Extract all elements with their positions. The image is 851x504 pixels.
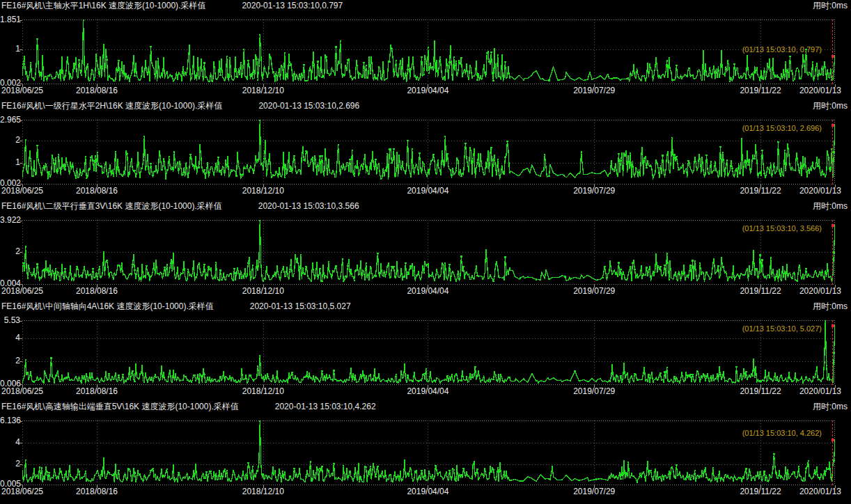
trend-plot-area[interactable] <box>22 120 835 184</box>
x-axis-tick <box>835 184 836 187</box>
y-axis-tick <box>19 163 22 164</box>
x-axis-label: 2019/04/04 <box>407 186 448 196</box>
x-axis-label: 2018/08/16 <box>76 286 118 296</box>
x-axis-label: 2020/01/13 <box>799 86 841 95</box>
x-axis-tick <box>835 385 836 388</box>
x-axis-label: 2018/06/25 <box>1 487 43 496</box>
x-axis-tick <box>263 385 264 388</box>
x-axis-tick <box>263 84 264 87</box>
y-axis-label: 6.136 <box>0 416 20 425</box>
x-axis-tick <box>835 285 836 288</box>
x-axis-label: 2019/11/22 <box>740 186 781 196</box>
x-axis-tick <box>22 285 23 288</box>
x-axis-label: 2019/11/22 <box>740 86 781 95</box>
chart-header: FE16#风机\主轴水平1H\16K 速度波形(10-1000).采样值2020… <box>1 1 343 10</box>
trend-plot-area[interactable] <box>22 320 835 385</box>
y-axis-tick <box>19 421 22 422</box>
x-axis-tick <box>760 485 761 488</box>
y-axis-tick <box>19 361 22 362</box>
x-axis-tick <box>428 285 428 288</box>
x-axis-label: 2019/07/29 <box>573 386 615 396</box>
x-axis-tick <box>263 485 264 488</box>
channel-title: FE16#风机\主轴水平1H\16K 速度波形(10-1000).采样值 <box>1 1 205 10</box>
x-axis-label: 2018/12/10 <box>242 386 284 396</box>
x-axis-tick <box>22 485 23 488</box>
x-axis-tick <box>760 184 761 187</box>
x-axis-label: 2018/08/16 <box>76 386 118 396</box>
channel-title: FE16#风机\一级行星水平2H\16K 速度波形(10-1000).采样值 <box>1 101 222 111</box>
x-axis-label: 2020/01/13 <box>799 386 841 396</box>
x-axis-tick <box>97 285 97 288</box>
elapsed-time-label: 用时:0ms <box>813 1 848 10</box>
y-axis-label: 1 <box>0 45 20 54</box>
y-axis-tick <box>19 252 22 253</box>
x-axis-label: 2018/06/25 <box>1 386 43 396</box>
chart-header: FE16#风机\中间轴轴向4A\16K 速度波形(10-1000).采样值202… <box>1 301 351 311</box>
cursor-marker <box>832 439 834 441</box>
y-axis-label: 2 <box>0 247 20 256</box>
y-axis-label: 3.922 <box>0 216 20 225</box>
x-axis-label: 2019/04/04 <box>407 86 448 95</box>
y-axis-tick <box>19 120 22 121</box>
x-axis-tick <box>97 485 97 488</box>
vibration-trend-viewer: { "app": { "background": "#000000", "tra… <box>0 0 851 504</box>
trend-plot-area[interactable] <box>22 420 835 485</box>
x-axis-label: 2020/01/13 <box>799 487 841 496</box>
elapsed-time-label: 用时:0ms <box>813 402 848 411</box>
y-axis-tick <box>19 141 22 141</box>
cursor-annotation: (01/13 15:03:10, 3.566) <box>742 224 822 233</box>
cursor-annotation: (01/13 15:03:10, 2.696) <box>742 124 822 132</box>
x-axis-tick <box>428 385 428 388</box>
y-axis-label: 4 <box>0 333 20 342</box>
x-axis-tick <box>22 84 23 87</box>
x-axis-tick <box>835 485 836 488</box>
cursor-marker <box>832 124 834 127</box>
trend-plot-area[interactable] <box>22 220 835 285</box>
trend-chart-3: FE16#风机\二级平行垂直3V\16K 速度波形(10-1000).采样值20… <box>0 200 851 301</box>
x-axis-label: 2020/01/13 <box>799 186 841 196</box>
x-axis-tick <box>428 184 428 187</box>
channel-title: FE16#风机\高速轴输出端垂直5V\16K 速度波形(10-1000).采样值 <box>1 402 239 411</box>
y-axis-label: 2.965 <box>0 116 20 125</box>
sample-timestamp: 2020-01-13 15:03:10,2.696 <box>258 101 359 111</box>
chart-header: FE16#风机\二级平行垂直3V\16K 速度波形(10-1000).采样值20… <box>1 201 359 211</box>
x-axis-tick <box>428 84 428 87</box>
x-axis-tick <box>97 385 97 388</box>
y-axis-tick <box>19 338 22 339</box>
elapsed-time-label: 用时:0ms <box>813 201 848 211</box>
trend-chart-4: FE16#风机\中间轴轴向4A\16K 速度波形(10-1000).采样值202… <box>0 301 851 401</box>
x-axis-label: 2019/07/29 <box>573 186 615 196</box>
y-axis-tick <box>19 49 22 50</box>
x-axis-label: 2018/12/10 <box>242 86 284 95</box>
y-axis-tick <box>19 221 22 221</box>
y-axis-label: 4 <box>0 438 20 447</box>
y-axis-tick <box>19 464 22 465</box>
y-axis-label: 2 <box>0 136 20 145</box>
x-axis-label: 2018/06/25 <box>1 86 43 95</box>
trend-chart-5: FE16#风机\高速轴输出端垂直5V\16K 速度波形(10-1000).采样值… <box>0 401 851 501</box>
cursor-marker <box>832 55 834 58</box>
x-axis-tick <box>97 184 97 187</box>
y-axis-label: 2 <box>0 459 20 468</box>
y-axis-tick <box>19 20 22 21</box>
y-axis-tick <box>19 443 22 443</box>
chart-header: FE16#风机\一级行星水平2H\16K 速度波形(10-1000).采样值20… <box>1 101 359 111</box>
x-axis-tick <box>22 184 23 187</box>
x-axis-tick <box>594 285 595 288</box>
x-axis-label: 2018/06/25 <box>1 186 43 196</box>
x-axis-label: 2018/12/10 <box>242 487 284 496</box>
elapsed-time-label: 用时:0ms <box>813 101 848 111</box>
x-axis-label: 2018/08/16 <box>76 186 118 196</box>
cursor-annotation: (01/13 15:03:10, 5.027) <box>742 324 822 333</box>
x-axis-label: 2019/11/22 <box>740 487 781 496</box>
x-axis-tick <box>263 285 264 288</box>
x-axis-tick <box>835 84 836 87</box>
cursor-marker <box>832 324 834 327</box>
channel-title: FE16#风机\二级平行垂直3V\16K 速度波形(10-1000).采样值 <box>1 201 222 211</box>
sample-timestamp: 2020-01-13 15:03:10,0.797 <box>242 1 343 10</box>
x-axis-tick <box>594 184 595 187</box>
trend-plot-area[interactable] <box>22 19 835 84</box>
x-axis-tick <box>97 84 97 87</box>
y-axis-tick <box>19 321 22 322</box>
cursor-annotation: (01/13 15:03:10, 4.262) <box>742 429 822 437</box>
